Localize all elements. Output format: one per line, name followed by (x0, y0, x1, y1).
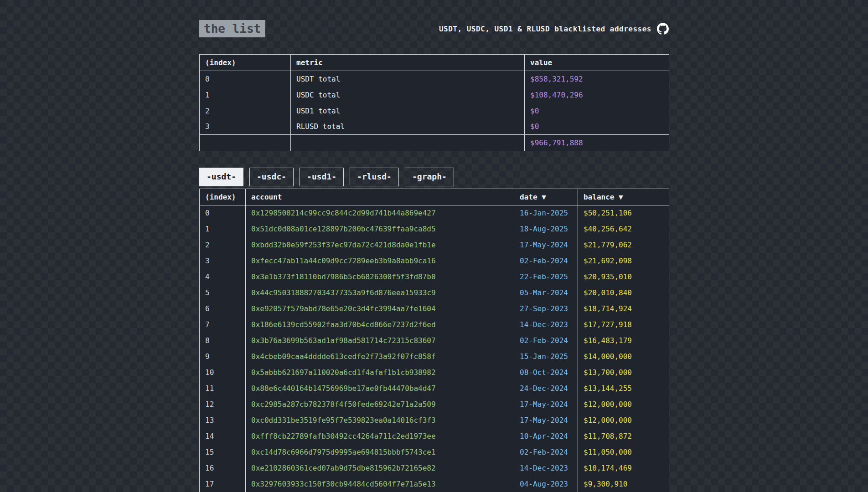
account-address-cell: 0x1298500214c99cc9c844c2d99d741b44a869e4… (246, 205, 514, 221)
summary-row: 3 RLUSD total $0 (200, 119, 669, 135)
index-cell: 4 (200, 269, 246, 285)
balance-cell: $11,708,872 (578, 428, 669, 444)
date-cell: 08-Oct-2024 (514, 364, 578, 380)
account-address-cell: 0x44c9503188827034377353a9f6d876eea15933… (246, 285, 514, 301)
account-address-cell: 0x3b76a3699b563ad1af98ad581714c72315c836… (246, 333, 514, 348)
balance-cell: $40,256,642 (578, 221, 669, 237)
tab-usdt[interactable]: -usdt- (199, 168, 243, 186)
account-address-cell: 0xc14d78c6966d7975d9995ae694815bbbf5743c… (246, 444, 514, 460)
token-tabs: -usdt--usdc--usd1--rlusd--graph- (199, 168, 669, 186)
table-row: 2 0xbdd32b0e59f253f37ec97da72c421d8da0e1… (200, 237, 669, 253)
value-cell: $0 (525, 119, 669, 135)
date-cell: 04-Aug-2023 (514, 476, 578, 492)
metric-cell: RLUSD total (291, 119, 525, 135)
column-header-index: (index) (200, 189, 246, 205)
index-cell: 17 (200, 476, 246, 492)
index-cell: 13 (200, 412, 246, 428)
accounts-table: (index) account date ▼ balance ▼ 0 0x129… (199, 189, 669, 492)
table-row: 6 0xe92057f579abd78e65e20c3d4fc3994aa7fe… (200, 301, 669, 317)
index-cell: 5 (200, 285, 246, 301)
table-row: 12 0xc2985a287cb782378f4f50fede69242e71a… (200, 396, 669, 412)
date-cell: 16-Jan-2025 (514, 205, 578, 221)
balance-cell: $18,714,924 (578, 301, 669, 317)
table-row: 16 0xe2102860361ced07ab9d75dbe815962b721… (200, 460, 669, 476)
column-header-balance-sort[interactable]: balance ▼ (578, 189, 669, 205)
table-row: 7 0x186e6139cd55902faa3d70b4cd866e7237d2… (200, 317, 669, 333)
balance-cell: $11,050,000 (578, 444, 669, 460)
tab-rlusd[interactable]: -rlusd- (350, 168, 399, 186)
index-cell: 1 (200, 221, 246, 237)
summary-row: 1 USDC total $108,470,296 (200, 87, 669, 103)
date-cell: 14-Dec-2023 (514, 317, 578, 333)
summary-row: 2 USD1 total $0 (200, 103, 669, 119)
table-row: 5 0x44c9503188827034377353a9f6d876eea159… (200, 285, 669, 301)
table-row: 15 0xc14d78c6966d7975d9995ae694815bbbf57… (200, 444, 669, 460)
balance-cell: $21,779,062 (578, 237, 669, 253)
account-address-cell: 0xe2102860361ced07ab9d75dbe815962b72165e… (246, 460, 514, 476)
index-cell: 9 (200, 348, 246, 364)
index-cell: 10 (200, 364, 246, 380)
value-cell: $0 (525, 103, 669, 119)
summary-total-row: $966,791,888 (200, 135, 669, 151)
page-content: the list USDT, USDC, USD1 & RLUSD blackl… (199, 0, 669, 492)
value-cell: $108,470,296 (525, 87, 669, 103)
balance-cell: $13,144,255 (578, 380, 669, 396)
tab-graph[interactable]: -graph- (405, 168, 454, 186)
empty-cell (200, 135, 291, 151)
index-cell: 8 (200, 333, 246, 348)
date-cell: 02-Feb-2024 (514, 253, 578, 269)
accounts-header-row: (index) account date ▼ balance ▼ (200, 189, 669, 205)
balance-cell: $50,251,106 (578, 205, 669, 221)
balance-cell: $14,000,000 (578, 348, 669, 364)
account-address-cell: 0x4cbeb09caa4dddde613cedfe2f73a92f07fc85… (246, 348, 514, 364)
summary-row: 0 USDT total $858,321,592 (200, 71, 669, 87)
table-row: 3 0xfecc47ab11a44c09d9cc7289eeb3b9a8abb9… (200, 253, 669, 269)
table-row: 14 0xfff8cb22789fafb30492cc4264a711c2ed1… (200, 428, 669, 444)
date-cell: 17-May-2024 (514, 396, 578, 412)
tab-usdc[interactable]: -usdc- (249, 168, 294, 186)
index-cell: 14 (200, 428, 246, 444)
date-cell: 17-May-2024 (514, 412, 578, 428)
account-address-cell: 0xfecc47ab11a44c09d9cc7289eeb3b9a8abb9ca… (246, 253, 514, 269)
index-cell: 0 (200, 205, 246, 221)
balance-cell: $16,483,179 (578, 333, 669, 348)
balance-cell: $20,010,840 (578, 285, 669, 301)
date-cell: 18-Aug-2025 (514, 221, 578, 237)
github-link[interactable] (657, 23, 669, 35)
metric-cell: USDC total (291, 87, 525, 103)
empty-cell (291, 135, 525, 151)
tab-usd1[interactable]: -usd1- (300, 168, 344, 186)
total-value-cell: $966,791,888 (525, 135, 669, 151)
index-cell: 2 (200, 237, 246, 253)
account-address-cell: 0x51dc0d08a01ce128897b200bc47639ffaa9ca8… (246, 221, 514, 237)
account-address-cell: 0xbdd32b0e59f253f37ec97da72c421d8da0e1fb… (246, 237, 514, 253)
account-address-cell: 0x88e6c440164b14756969be17ae0fb44470ba4d… (246, 380, 514, 396)
index-cell: 15 (200, 444, 246, 460)
table-row: 17 0x3297603933c150f30cb94484cd5604f7e71… (200, 476, 669, 492)
date-cell: 14-Dec-2023 (514, 460, 578, 476)
account-address-cell: 0x3e1b373f18110bd7986b5cb6826300f5f3fd87… (246, 269, 514, 285)
column-header-date-sort[interactable]: date ▼ (514, 189, 578, 205)
index-cell: 2 (200, 103, 291, 119)
balance-cell: $10,174,469 (578, 460, 669, 476)
account-address-cell: 0x186e6139cd55902faa3d70b4cd866e7237d2f6… (246, 317, 514, 333)
summary-header-row: (index) metric value (200, 55, 669, 71)
date-cell: 27-Sep-2023 (514, 301, 578, 317)
date-cell: 02-Feb-2024 (514, 333, 578, 348)
date-cell: 10-Apr-2024 (514, 428, 578, 444)
table-row: 9 0x4cbeb09caa4dddde613cedfe2f73a92f07fc… (200, 348, 669, 364)
github-icon (657, 23, 669, 35)
summary-table: (index) metric value 0 USDT total $858,3… (199, 54, 669, 151)
account-address-cell: 0xe92057f579abd78e65e20c3d4fc3994aa7fe16… (246, 301, 514, 317)
page-title: the list (199, 20, 265, 37)
index-cell: 16 (200, 460, 246, 476)
date-cell: 15-Jan-2025 (514, 348, 578, 364)
index-cell: 7 (200, 317, 246, 333)
column-header-index: (index) (200, 55, 291, 71)
column-header-metric: metric (291, 55, 525, 71)
account-address-cell: 0x5abbb621697a110020a6cd1f4afaf1b1cb9389… (246, 364, 514, 380)
table-row: 13 0xc0dd331be3519fe95f7e539823ea0a14016… (200, 412, 669, 428)
value-cell: $858,321,592 (525, 71, 669, 87)
account-address-cell: 0xc2985a287cb782378f4f50fede69242e71a2a5… (246, 396, 514, 412)
index-cell: 6 (200, 301, 246, 317)
